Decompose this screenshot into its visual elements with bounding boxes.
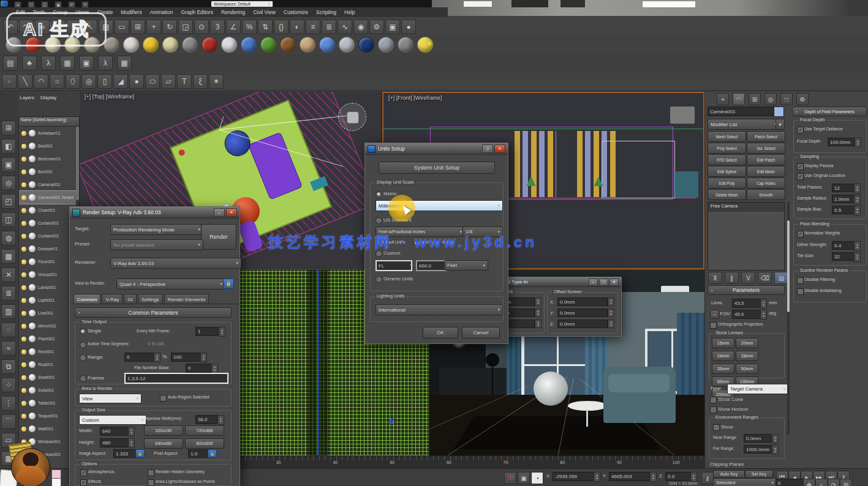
normalize-weights-checkbox[interactable] bbox=[797, 231, 804, 237]
set-key-icon[interactable]: ⚷ bbox=[701, 472, 714, 484]
preset-dropdown[interactable]: No preset selected bbox=[110, 239, 203, 250]
pick-arrow-icon[interactable]: λ bbox=[41, 56, 56, 70]
render-setup-icon[interactable]: ⚙ bbox=[369, 20, 384, 34]
far-range-spinner[interactable] bbox=[772, 445, 779, 455]
star-icon[interactable]: ✶ bbox=[209, 74, 224, 89]
line-icon[interactable]: ╲ bbox=[18, 74, 32, 89]
focal-depth-spinner[interactable] bbox=[855, 138, 861, 148]
swirl-icon[interactable] bbox=[280, 37, 296, 53]
crossing-icon[interactable]: ⊞ bbox=[130, 20, 145, 34]
layer-manager-icon[interactable]: ≣ bbox=[322, 20, 336, 34]
us-standard-radio[interactable] bbox=[376, 217, 382, 224]
units-close-button[interactable]: ✕ bbox=[494, 144, 505, 153]
visibility-bulb-icon[interactable] bbox=[21, 260, 26, 264]
cylinder-icon[interactable]: ⬯ bbox=[66, 74, 80, 89]
pick-arrow2-icon[interactable]: λ bbox=[98, 56, 113, 70]
modifier-button[interactable]: Smooth bbox=[747, 189, 785, 200]
zoom-region-icon[interactable]: ◧ bbox=[1, 139, 16, 154]
modifier-list-dropdown[interactable]: Modifier List bbox=[708, 119, 780, 130]
parameters-rollout[interactable]: Parameters bbox=[708, 285, 785, 295]
modifier-button[interactable]: Vol. Select bbox=[747, 143, 785, 154]
visibility-bulb-icon[interactable] bbox=[21, 170, 26, 174]
sphere2-icon[interactable]: ● bbox=[129, 74, 144, 89]
cone-icon[interactable] bbox=[123, 37, 139, 53]
material-editor-icon[interactable]: ◉ bbox=[353, 20, 368, 34]
ringed-sphere-icon[interactable] bbox=[162, 37, 178, 53]
edged-faces-icon[interactable]: ▦ bbox=[1, 249, 16, 264]
lighting-units-dropdown[interactable]: International bbox=[376, 304, 503, 315]
axis-spinner[interactable] bbox=[535, 297, 542, 306]
height-field[interactable]: 480 bbox=[100, 438, 132, 447]
typein-close-button[interactable]: ✕ bbox=[609, 279, 619, 286]
custom-unit-field[interactable]: FL bbox=[376, 260, 412, 271]
mirror-icon[interactable]: ◐ bbox=[290, 20, 304, 34]
x-coordinate-field[interactable]: -2935.059 bbox=[553, 472, 598, 481]
display-tab-icon[interactable]: □ bbox=[780, 93, 793, 105]
explorer-header[interactable]: Name (Sorted Ascending) bbox=[19, 117, 79, 127]
show-horizon-checkbox[interactable] bbox=[710, 406, 717, 413]
visibility-bulb-icon[interactable] bbox=[21, 234, 26, 239]
menu-item[interactable]: Scripting bbox=[316, 8, 336, 17]
axis-spinner[interactable] bbox=[608, 308, 614, 317]
set-key-button[interactable]: Set Key bbox=[745, 470, 773, 478]
object-name-field[interactable]: Camera001 bbox=[708, 107, 776, 116]
spinner-snap-icon[interactable]: ⇅ bbox=[258, 20, 273, 34]
modifier-button[interactable]: Edit Mesh bbox=[747, 166, 785, 177]
text-icon[interactable]: T bbox=[177, 74, 192, 89]
every-nth-spinner[interactable] bbox=[219, 327, 225, 337]
modifier-button[interactable]: Patch Select bbox=[747, 131, 785, 142]
arc-icon[interactable]: ◠ bbox=[34, 74, 48, 89]
point-icon[interactable]: ◦ bbox=[2, 74, 17, 89]
modifier-button[interactable]: Edit Spline bbox=[708, 166, 746, 177]
x-spinner[interactable] bbox=[594, 472, 600, 482]
maximize-icon[interactable]: ◰ bbox=[1, 194, 16, 209]
lens-field[interactable]: 43.5 bbox=[732, 299, 764, 308]
utilities-tab-icon[interactable]: ⚙ bbox=[796, 93, 809, 105]
modifier-button[interactable]: Edit Poly bbox=[708, 178, 746, 189]
disable-filtering-checkbox[interactable] bbox=[797, 277, 804, 284]
visibility-bulb-icon[interactable] bbox=[21, 247, 26, 252]
visibility-bulb-icon[interactable] bbox=[21, 208, 26, 213]
helix-icon[interactable]: ξ bbox=[193, 74, 208, 89]
range-from-spinner[interactable] bbox=[154, 353, 160, 362]
modifier-stack[interactable]: Free Camera bbox=[708, 202, 785, 271]
view-to-render-dropdown[interactable]: Quad 4 - Perspective bbox=[116, 279, 225, 290]
min-extents-icon[interactable]: ⊞ bbox=[1, 121, 16, 135]
select-similar-icon[interactable]: ≈ bbox=[1, 341, 16, 356]
maximize-viewport-icon[interactable]: ⊞ bbox=[840, 479, 852, 486]
axis-value-field[interactable]: 0.0mm bbox=[557, 308, 608, 317]
renderer-dropdown[interactable]: V-Ray Adv 3.60.03 bbox=[110, 258, 241, 269]
capsule-icon[interactable]: ⬭ bbox=[145, 74, 160, 89]
menu-item[interactable]: Customize bbox=[284, 8, 308, 17]
modifier-button[interactable]: Delete Mesh bbox=[708, 189, 746, 200]
typein-restore-button[interactable]: □ bbox=[599, 279, 608, 286]
custom-measure-dropdown[interactable]: Feet bbox=[444, 260, 488, 271]
visibility-bulb-icon[interactable] bbox=[21, 388, 26, 393]
file-base-field[interactable]: 0 bbox=[186, 364, 215, 373]
layers-icon[interactable]: ≣ bbox=[1, 286, 16, 301]
camera-type-dropdown[interactable]: Target Camera bbox=[727, 384, 788, 394]
snaps-toggle-icon[interactable]: 3 bbox=[210, 20, 225, 34]
use-original-location-checkbox[interactable] bbox=[797, 173, 804, 180]
select-and-scale-icon[interactable]: ◲ bbox=[178, 20, 193, 34]
total-passes-spinner[interactable] bbox=[854, 184, 861, 193]
visibility-bulb-icon[interactable] bbox=[21, 375, 26, 380]
axis-spinner[interactable] bbox=[535, 308, 542, 317]
lens-spinner[interactable] bbox=[760, 299, 767, 308]
percent-snap-icon[interactable]: % bbox=[242, 20, 257, 34]
axis-value-field[interactable]: 0.0mm bbox=[557, 297, 608, 306]
custom-value-field[interactable]: 660.0 bbox=[416, 260, 447, 271]
effects-checkbox[interactable] bbox=[80, 479, 87, 486]
workspace-dropdown[interactable]: Workspaces: Default bbox=[211, 1, 273, 7]
stock-lens-button[interactable]: 24mm bbox=[712, 351, 734, 361]
xview-icon[interactable]: ✕ bbox=[1, 267, 16, 282]
fov-field[interactable]: 45.0 bbox=[732, 310, 764, 319]
area-mode-dropdown[interactable]: View bbox=[79, 394, 142, 403]
fov-direction-button[interactable]: ↔ bbox=[710, 310, 719, 319]
units-setup-titlebar[interactable]: Units Setup ? ✕ bbox=[365, 143, 508, 155]
create-tab-icon[interactable]: + bbox=[717, 93, 729, 105]
viewport-front-label[interactable]: [+] [Front] [Wireframe] bbox=[388, 95, 442, 101]
absolute-mode-icon[interactable]: ▣ bbox=[518, 472, 530, 484]
metric-radio[interactable] bbox=[376, 191, 382, 198]
red-blob-icon[interactable] bbox=[202, 37, 217, 53]
